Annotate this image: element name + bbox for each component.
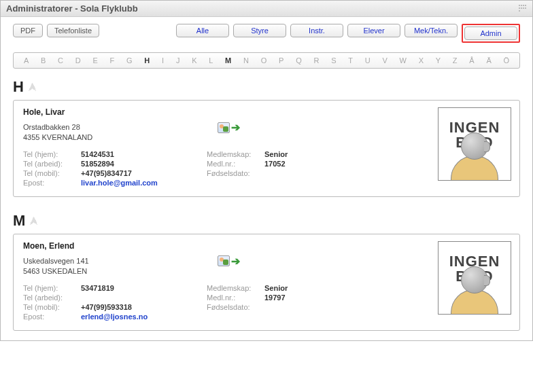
alpha-letter-U[interactable]: U — [365, 56, 371, 65]
alpha-letter-Å[interactable]: Å — [469, 56, 474, 65]
member-photo-placeholder: INGENBILD — [438, 107, 511, 181]
arrow-right-icon: ➔ — [231, 121, 240, 134]
alpha-letter-E[interactable]: E — [92, 56, 97, 65]
member-address: Orstadbakken 284355 KVERNALAND — [23, 122, 510, 143]
alpha-letter-T[interactable]: T — [348, 56, 353, 65]
alpha-letter-H[interactable]: H — [144, 56, 150, 65]
alpha-letter-D[interactable]: D — [75, 56, 81, 65]
alpha-letter-G[interactable]: G — [126, 56, 133, 65]
val-medlnr: 19797 — [264, 293, 286, 302]
label-medlnr: Medl.nr.: — [207, 160, 264, 168]
alpha-letter-S[interactable]: S — [331, 56, 336, 65]
member-name: Moen, Erlend — [23, 241, 510, 251]
alpha-letter-J[interactable]: J — [176, 56, 180, 65]
titlebar: Administratorer - Sola Flyklubb — [1, 1, 532, 17]
alpha-letter-Q[interactable]: Q — [296, 56, 302, 65]
val-medlemskap: Senior — [264, 284, 288, 292]
val-tel-arbeid: 51852894 — [81, 160, 114, 168]
grip-icon — [519, 5, 527, 13]
section-letter: M — [13, 212, 25, 230]
alpha-letter-V[interactable]: V — [382, 56, 387, 65]
admin-highlight: Admin — [462, 24, 520, 43]
member-address: Uskedalsvegen 1415463 USKEDALEN — [23, 256, 510, 277]
val-tel-mobil: +47(95)834717 — [81, 169, 132, 177]
alphabet-bar: ABCDEFGHIJKLMNOPQRSTUVWXYZÅÄÖ — [13, 52, 520, 69]
label-epost: Epost: — [23, 179, 81, 187]
member-card: Hole, Livar Orstadbakken 284355 KVERNALA… — [13, 100, 520, 197]
member-photo-placeholder: INGENBILD — [438, 241, 511, 315]
val-tel-mobil: +47(99)593318 — [81, 303, 132, 311]
up-arrow-icon[interactable]: ⮝ — [29, 215, 39, 226]
label-fodselsdato: Fødselsdato: — [207, 303, 264, 311]
label-tel-hjem: Tel (hjem): — [23, 150, 81, 158]
alpha-letter-X[interactable]: X — [419, 56, 424, 65]
val-epost[interactable]: erlend@ljosnes.no — [81, 313, 148, 321]
person-card-icon — [218, 255, 230, 266]
transfer-action[interactable]: ➔ — [218, 255, 240, 268]
alpha-letter-P[interactable]: P — [279, 56, 283, 65]
transfer-action[interactable]: ➔ — [218, 121, 240, 134]
alpha-letter-M[interactable]: M — [225, 56, 231, 65]
telefonliste-button[interactable]: Telefonliste — [47, 24, 99, 37]
alpha-letter-B[interactable]: B — [41, 56, 46, 65]
filter-admin[interactable]: Admin — [464, 26, 517, 40]
alpha-letter-Z[interactable]: Z — [453, 56, 458, 65]
label-medlemskap: Medlemskap: — [207, 284, 264, 292]
section-head-M: M ⮝ — [13, 212, 520, 230]
alpha-letter-Y[interactable]: Y — [436, 56, 441, 65]
pdf-button[interactable]: PDF — [13, 24, 43, 37]
alpha-letter-I[interactable]: I — [162, 56, 164, 65]
alpha-letter-N[interactable]: N — [243, 56, 249, 65]
alpha-letter-F[interactable]: F — [110, 56, 115, 65]
val-tel-hjem: 51424531 — [81, 150, 114, 158]
label-fodselsdato: Fødselsdato: — [207, 169, 264, 177]
label-epost: Epost: — [23, 313, 81, 321]
label-medlnr: Medl.nr.: — [207, 293, 264, 302]
section-head-H: H ⮝ — [13, 78, 520, 96]
label-tel-arbeid: Tel (arbeid): — [23, 293, 81, 302]
val-epost[interactable]: livar.hole@gmail.com — [81, 179, 158, 187]
member-name: Hole, Livar — [23, 107, 510, 117]
alpha-letter-A[interactable]: A — [24, 56, 29, 65]
alpha-letter-O[interactable]: O — [261, 56, 267, 65]
label-tel-mobil: Tel (mobil): — [23, 303, 81, 311]
filter-instr[interactable]: Instr. — [290, 24, 343, 37]
section-letter: H — [13, 78, 24, 96]
filter-elever[interactable]: Elever — [347, 24, 400, 37]
filter-mektekn[interactable]: Mek/Tekn. — [405, 24, 458, 37]
val-medlemskap: Senior — [264, 150, 288, 158]
alpha-letter-W[interactable]: W — [400, 56, 407, 65]
window-title: Administratorer - Sola Flyklubb — [6, 3, 138, 14]
up-arrow-icon[interactable]: ⮝ — [28, 82, 37, 92]
label-tel-arbeid: Tel (arbeid): — [23, 160, 81, 168]
val-tel-hjem: 53471819 — [81, 284, 114, 292]
alpha-letter-Ä[interactable]: Ä — [486, 56, 491, 65]
alpha-letter-R[interactable]: R — [313, 56, 319, 65]
toolbar: PDF Telefonliste Alle Styre Instr. Eleve… — [1, 17, 532, 47]
label-tel-hjem: Tel (hjem): — [23, 284, 81, 292]
alpha-letter-C[interactable]: C — [58, 56, 63, 65]
silhouette-head-icon — [461, 266, 488, 293]
silhouette-head-icon — [461, 132, 488, 160]
label-medlemskap: Medlemskap: — [207, 150, 264, 158]
member-card: Moen, Erlend Uskedalsvegen 1415463 USKED… — [13, 234, 520, 331]
filter-styre[interactable]: Styre — [233, 24, 286, 37]
arrow-right-icon: ➔ — [231, 255, 240, 268]
label-tel-mobil: Tel (mobil): — [23, 169, 81, 177]
filter-alle[interactable]: Alle — [176, 24, 229, 37]
app-window: Administratorer - Sola Flyklubb PDF Tele… — [0, 0, 533, 341]
person-card-icon — [218, 122, 230, 133]
alpha-letter-K[interactable]: K — [192, 56, 196, 65]
alpha-letter-Ö[interactable]: Ö — [504, 56, 510, 65]
val-medlnr: 17052 — [264, 160, 286, 168]
alpha-letter-L[interactable]: L — [209, 56, 213, 65]
